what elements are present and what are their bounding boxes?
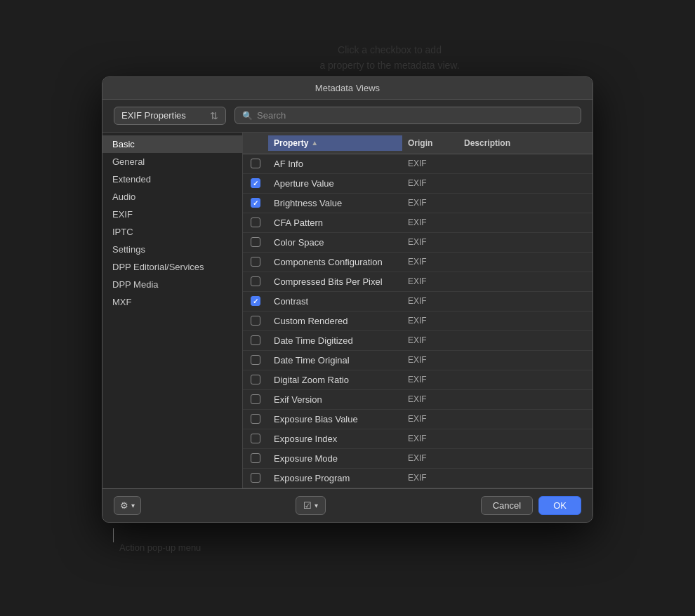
sidebar-item-iptc[interactable]: IPTC <box>102 223 242 241</box>
th-property[interactable]: Property ▲ <box>268 135 402 151</box>
table-row: Exposure ProgramEXIF <box>243 469 593 488</box>
row-checkbox-2[interactable] <box>251 198 260 208</box>
exif-properties-dropdown[interactable]: EXIF Properties ⇅ <box>114 107 226 125</box>
checkbox-cell-6 <box>243 276 268 286</box>
sidebar-item-exif[interactable]: EXIF <box>102 206 242 223</box>
dialog-title-bar: Metadata Views <box>102 77 593 100</box>
checkbox-action-button[interactable]: ☑ ▾ <box>296 496 326 515</box>
property-cell-7: Contrast <box>268 293 402 309</box>
origin-cell-6: EXIF <box>402 274 458 289</box>
search-input[interactable] <box>257 110 574 121</box>
row-checkbox-5[interactable] <box>251 257 260 267</box>
sidebar-item-mxf[interactable]: MXF <box>102 293 242 311</box>
checkbox-cell-0 <box>243 159 268 168</box>
description-cell-11 <box>458 377 593 382</box>
checkbox-cell-15 <box>243 453 268 463</box>
sidebar-item-extended[interactable]: Extended <box>102 170 242 188</box>
sidebar-item-settings[interactable]: Settings <box>102 241 242 258</box>
table-body: AF InfoEXIFAperture ValueEXIFBrightness … <box>243 154 593 488</box>
table-row: AF InfoEXIF <box>243 154 593 174</box>
table-row: Aperture ValueEXIF <box>243 174 593 194</box>
dialog-toolbar: EXIF Properties ⇅ 🔍 <box>102 100 593 133</box>
checkbox-cell-10 <box>243 355 268 365</box>
property-cell-6: Compressed Bits Per Pixel <box>268 274 402 290</box>
description-cell-13 <box>458 416 593 422</box>
metadata-views-dialog: Metadata Views EXIF Properties ⇅ 🔍 Basic… <box>102 76 593 523</box>
checkbox-cell-9 <box>243 335 268 345</box>
tooltip-line1: Click a checkbox to add <box>338 44 442 55</box>
row-checkbox-12[interactable] <box>251 394 260 404</box>
row-checkbox-11[interactable] <box>251 375 260 384</box>
sidebar-item-general[interactable]: General <box>102 153 242 170</box>
origin-cell-1: EXIF <box>402 175 458 191</box>
origin-cell-14: EXIF <box>402 431 458 446</box>
ok-button[interactable]: OK <box>538 496 581 515</box>
property-cell-4: Color Space <box>268 234 402 250</box>
sidebar-item-audio[interactable]: Audio <box>102 188 242 206</box>
origin-cell-4: EXIF <box>402 234 458 250</box>
row-checkbox-6[interactable] <box>251 276 260 286</box>
checkbox-cell-13 <box>243 414 268 424</box>
row-checkbox-16[interactable] <box>251 473 260 483</box>
row-checkbox-15[interactable] <box>251 453 260 463</box>
origin-cell-9: EXIF <box>402 333 458 348</box>
property-cell-9: Date Time Digitized <box>268 333 402 349</box>
row-checkbox-9[interactable] <box>251 335 260 345</box>
action-popup-annotation: Action pop-up menu <box>119 542 201 553</box>
property-cell-10: Date Time Original <box>268 352 402 368</box>
origin-cell-12: EXIF <box>402 391 458 407</box>
checkbox-cell-14 <box>243 434 268 443</box>
sort-arrow-icon: ▲ <box>311 139 318 147</box>
description-cell-14 <box>458 436 593 441</box>
table-row: Exposure IndexEXIF <box>243 429 593 449</box>
origin-cell-7: EXIF <box>402 293 458 309</box>
row-checkbox-8[interactable] <box>251 316 260 326</box>
table-row: Exposure Bias ValueEXIF <box>243 410 593 429</box>
row-checkbox-7[interactable] <box>251 296 260 306</box>
table-row: Exif VersionEXIF <box>243 390 593 410</box>
property-cell-3: CFA Pattern <box>268 215 402 231</box>
sidebar-item-dpp-media[interactable]: DPP Media <box>102 276 242 293</box>
table-row: Digital Zoom RatioEXIF <box>243 370 593 390</box>
gear-action-button[interactable]: ⚙ ▾ <box>114 496 141 515</box>
th-origin: Origin <box>402 135 458 151</box>
checkbox-cell-16 <box>243 473 268 483</box>
tooltip-line2: a property to the metadata view. <box>319 60 459 71</box>
property-cell-1: Aperture Value <box>268 175 402 192</box>
row-checkbox-13[interactable] <box>251 414 260 424</box>
table-row: Compressed Bits Per PixelEXIF <box>243 272 593 292</box>
origin-cell-0: EXIF <box>402 156 458 171</box>
checkbox-cell-5 <box>243 257 268 267</box>
footer-center: ☑ ▾ <box>147 496 475 515</box>
row-checkbox-14[interactable] <box>251 434 260 443</box>
row-checkbox-10[interactable] <box>251 355 260 365</box>
description-cell-10 <box>458 357 593 363</box>
property-cell-5: Components Configuration <box>268 254 402 270</box>
origin-cell-8: EXIF <box>402 313 458 328</box>
sidebar-item-dpp-editorial[interactable]: DPP Editorial/Services <box>102 258 242 276</box>
footer-left: ⚙ ▾ <box>114 496 141 515</box>
property-cell-8: Custom Rendered <box>268 313 402 329</box>
dialog-body: BasicGeneralExtendedAudioEXIFIPTCSetting… <box>102 133 593 488</box>
property-cell-0: AF Info <box>268 156 402 172</box>
checkbox-cell-11 <box>243 375 268 384</box>
table-row: Date Time DigitizedEXIF <box>243 331 593 351</box>
description-cell-8 <box>458 318 593 323</box>
origin-cell-2: EXIF <box>402 195 458 210</box>
sidebar-item-basic[interactable]: Basic <box>102 135 242 153</box>
origin-cell-11: EXIF <box>402 372 458 387</box>
dialog-footer: ⚙ ▾ ☑ ▾ Cancel OK <box>102 488 593 522</box>
row-checkbox-3[interactable] <box>251 217 260 227</box>
property-cell-14: Exposure Index <box>268 431 402 447</box>
description-cell-4 <box>458 239 593 245</box>
cancel-button[interactable]: Cancel <box>481 496 533 515</box>
chevron-up-down-icon: ⇅ <box>210 110 218 121</box>
origin-cell-10: EXIF <box>402 352 458 368</box>
row-checkbox-1[interactable] <box>251 178 260 188</box>
row-checkbox-4[interactable] <box>251 237 260 247</box>
gear-icon: ⚙ <box>120 500 128 511</box>
property-cell-15: Exposure Mode <box>268 450 402 467</box>
row-checkbox-0[interactable] <box>251 159 260 168</box>
main-content: Property ▲ Origin Description AF InfoEXI… <box>243 133 593 488</box>
table-header: Property ▲ Origin Description <box>243 133 593 154</box>
